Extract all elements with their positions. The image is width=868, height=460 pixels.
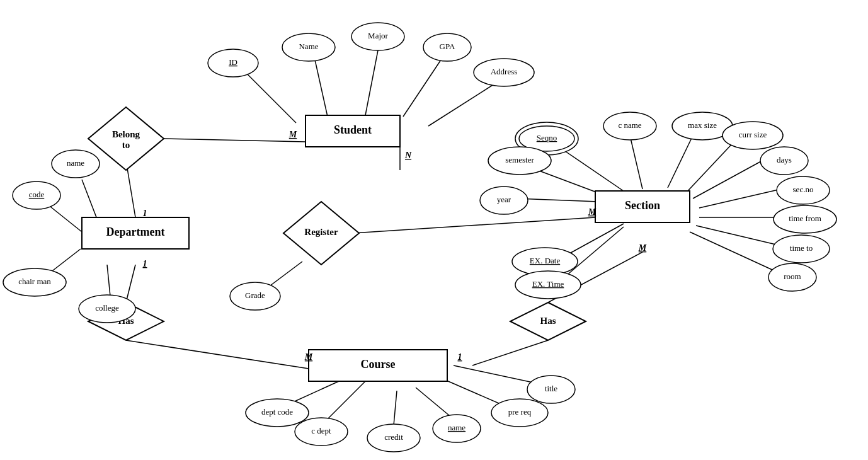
attr-course-name-label: name [448,423,465,432]
attr-student-major-label: Major [368,31,388,40]
attr-student-name-label: Name [299,42,318,51]
belong-to-label: Belong [112,129,140,139]
card-1-course: 1 [458,352,462,362]
attr-section-secno-label: sec.no [793,185,814,194]
card-m-register: M [588,207,597,217]
attr-section-maxsize-label: max size [688,120,717,130]
attr-student-address-label: Address [491,67,518,76]
svg-line-28 [126,340,309,369]
attr-section-seqno-label: Seqno [537,133,557,142]
svg-line-5 [403,60,441,117]
section-has-label: Has [540,316,556,326]
svg-line-13 [687,139,737,192]
card-1-dept-has: 1 [143,259,147,268]
svg-line-23 [82,180,98,221]
student-label: Student [334,124,372,136]
attr-section-year-label: year [497,195,511,204]
card-n-student: N [404,151,412,160]
attr-section-days-label: days [777,155,792,164]
svg-line-33 [394,391,397,425]
svg-line-36 [454,365,542,384]
attr-section-currsize-label: curr size [739,130,767,139]
attr-course-title-label: title [545,384,557,393]
card-1-dept: 1 [143,209,147,218]
er-diagram: Student Department Section Course Belong… [0,0,868,460]
svg-line-30 [472,340,548,365]
svg-line-34 [416,388,454,419]
attr-section-timeto-label: time to [790,243,813,253]
register-label: Register [304,227,338,237]
attr-course-prereq-label: pre req [508,407,532,417]
svg-line-26 [107,265,110,296]
department-label: Department [106,226,165,238]
attr-section-semester-label: semester [505,155,534,164]
svg-line-32 [328,381,365,419]
svg-line-2 [246,72,296,123]
svg-line-18 [690,232,775,271]
svg-line-6 [428,82,498,126]
attr-dept-code-label: code [29,190,45,199]
svg-line-0 [164,139,306,142]
attr-dept-chairman-label: chair man [18,277,51,286]
svg-line-11 [630,135,642,189]
svg-line-4 [365,50,378,115]
svg-line-20 [517,198,598,202]
svg-line-9 [353,217,595,233]
attr-student-id-label: ID [229,57,237,67]
attr-course-credit-label: credit [384,432,403,442]
belong-to-label2: to [122,140,130,150]
course-label: Course [361,358,396,371]
svg-line-12 [668,135,693,188]
attr-course-deptcode-label: dept code [261,407,293,417]
svg-line-10 [561,148,630,195]
attr-dept-college-label: college [95,303,119,313]
attr-register-grade-label: Grade [245,290,265,300]
attr-student-gpa-label: GPA [440,42,455,51]
attr-section-room-label: room [784,272,801,281]
attr-section-extime-label: EX. Time [532,279,564,289]
svg-line-14 [693,161,762,198]
svg-line-17 [696,226,781,246]
card-m-course: M [304,352,313,362]
svg-line-3 [315,60,328,117]
section-label: Section [625,199,660,212]
attr-section-timefrom-label: time from [789,214,821,223]
attr-dept-name-label: name [67,158,84,168]
attr-course-cdept-label: c dept [311,426,331,435]
attr-section-cname-label: c name [618,120,641,130]
card-m-belong: M [288,130,297,139]
svg-line-27 [126,265,135,302]
attr-section-exdate-label: EX. Date [530,256,561,265]
svg-line-15 [699,189,781,208]
card-m-section-has: M [638,243,647,253]
